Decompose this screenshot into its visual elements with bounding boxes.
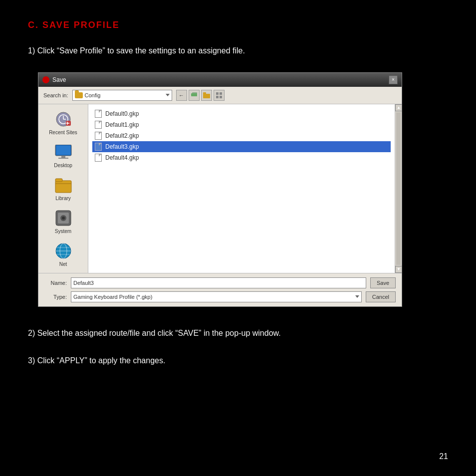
dialog-footer: Name: Save Type: Gaming Keyboard Profile…	[38, 273, 402, 306]
svg-rect-1	[191, 93, 197, 96]
instruction-3: 3) Click “APPLY” to apply the changes.	[28, 354, 448, 367]
file-icon-0	[94, 110, 102, 118]
type-label: Type:	[44, 294, 67, 300]
svg-rect-18	[58, 158, 68, 159]
svg-rect-4	[216, 92, 219, 95]
recent-sites-label: Recent Sites	[49, 130, 77, 135]
dialog-title-icon	[42, 76, 49, 83]
back-button[interactable]: ←	[176, 90, 187, 101]
dropdown-arrow	[166, 94, 170, 96]
page-number: 21	[439, 452, 448, 461]
file-icon-1	[94, 121, 102, 129]
file-name-0: Default0.gkp	[105, 110, 139, 117]
name-row: Name: Save	[44, 277, 396, 288]
new-folder-icon	[203, 92, 210, 98]
folder-icon	[75, 92, 83, 98]
name-label: Name:	[44, 280, 67, 286]
svg-rect-19	[55, 181, 71, 193]
desktop-label: Desktop	[54, 163, 72, 168]
sidebar-item-desktop[interactable]: Desktop	[43, 141, 83, 170]
sidebar-item-recent[interactable]: Recent Sites	[43, 108, 83, 137]
scroll-thumb[interactable]	[396, 112, 401, 265]
file-icon-3	[94, 143, 102, 151]
up-button[interactable]	[189, 90, 200, 101]
dialog-title-text: Save	[52, 76, 66, 83]
save-button[interactable]: Save	[370, 277, 396, 288]
net-label: Net	[59, 261, 67, 267]
svg-rect-16	[56, 146, 70, 155]
file-icon-4	[94, 154, 102, 162]
file-item-1[interactable]: Default1.gkp	[92, 119, 391, 130]
file-item-4[interactable]: Default4.gkp	[92, 152, 391, 163]
sidebar-item-library[interactable]: Library	[43, 174, 83, 203]
sidebar-panel: Recent Sites Desktop	[38, 104, 88, 273]
type-dropdown[interactable]: Gaming Keyboard Profile (*.gkp)	[71, 291, 362, 302]
library-label: Library	[55, 196, 71, 201]
svg-rect-3	[203, 92, 206, 94]
dialog-window: Save × Search in: Config ←	[38, 72, 402, 307]
sidebar-item-system[interactable]: System	[43, 207, 83, 236]
toolbar-buttons: ←	[176, 90, 225, 101]
net-icon	[54, 242, 72, 260]
view-icon	[216, 92, 222, 98]
file-icon-2	[94, 132, 102, 140]
svg-point-25	[62, 217, 65, 220]
file-item-3[interactable]: Default3.gkp	[92, 141, 391, 152]
svg-rect-5	[220, 92, 222, 95]
file-name-4: Default4.gkp	[105, 154, 139, 161]
dialog-close-button[interactable]: ×	[389, 75, 398, 84]
svg-rect-6	[216, 96, 219, 98]
system-label: System	[55, 229, 71, 234]
library-icon	[54, 176, 72, 194]
file-name-2: Default2.gkp	[105, 132, 139, 139]
dialog-toolbar: Search in: Config ←	[38, 87, 402, 104]
file-name-3: Default3.gkp	[105, 143, 139, 150]
up-arrow-icon	[191, 92, 197, 98]
file-item-0[interactable]: Default0.gkp	[92, 108, 391, 119]
search-in-value: Config	[85, 92, 164, 98]
bottom-instructions: 2) Select the assigned route/file and cl…	[28, 327, 448, 367]
svg-rect-20	[55, 179, 62, 182]
cancel-button[interactable]: Cancel	[366, 291, 396, 302]
type-dropdown-arrow	[355, 295, 359, 298]
file-name-1: Default1.gkp	[105, 121, 139, 128]
dialog-titlebar: Save ×	[38, 73, 402, 87]
dialog-body: Recent Sites Desktop	[38, 104, 402, 273]
file-list-panel: Default0.gkp Default1.gkp Default2.gkp	[88, 104, 395, 273]
scroll-up-button[interactable]: ▲	[395, 104, 402, 111]
system-icon	[54, 209, 72, 227]
instruction-2: 2) Select the assigned route/file and cl…	[28, 327, 448, 340]
scrollbar[interactable]: ▲ ▼	[395, 104, 402, 273]
save-dialog: Save × Search in: Config ←	[38, 72, 402, 307]
svg-rect-17	[61, 156, 65, 158]
dialog-title: Save	[42, 76, 66, 83]
name-input[interactable]	[71, 277, 366, 288]
search-in-label: Search in:	[43, 92, 68, 98]
scroll-down-button[interactable]: ▼	[395, 266, 402, 273]
svg-rect-7	[220, 96, 222, 98]
view-button[interactable]	[214, 90, 225, 101]
sidebar-item-net[interactable]: Net	[43, 240, 83, 269]
new-folder-button[interactable]	[201, 90, 212, 101]
type-value: Gaming Keyboard Profile (*.gkp)	[73, 294, 152, 300]
file-item-2[interactable]: Default2.gkp	[92, 130, 391, 141]
search-in-dropdown[interactable]: Config	[72, 90, 172, 101]
svg-rect-2	[203, 94, 210, 98]
desktop-icon	[54, 143, 72, 161]
recent-sites-icon	[54, 110, 72, 128]
section-title: C. SAVE PROFILE	[28, 20, 448, 30]
instruction-1: 1) Click “Save Profile” to save the sett…	[28, 44, 448, 57]
type-row: Type: Gaming Keyboard Profile (*.gkp) Ca…	[44, 291, 396, 302]
